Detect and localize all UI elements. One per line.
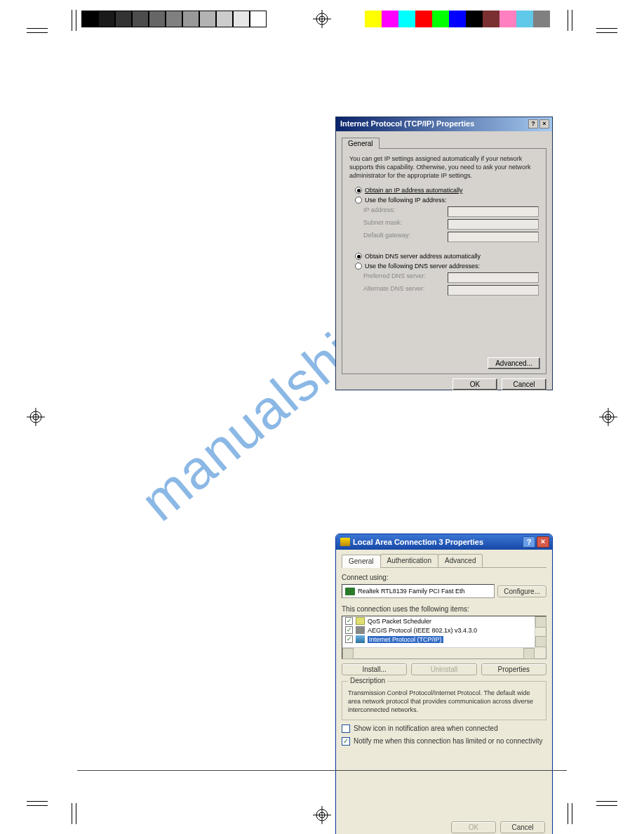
radio-icon	[355, 263, 362, 270]
properties-button[interactable]: Properties	[481, 663, 546, 675]
checkbox-icon: ✓	[342, 737, 350, 746]
dialog-title: Local Area Connection 3 Properties	[353, 538, 483, 546]
items-listbox[interactable]: ✓ QoS Packet Scheduler ✓ AEGIS Protocol …	[342, 616, 546, 659]
intro-text: You can get IP settings assigned automat…	[349, 154, 539, 180]
titlebar[interactable]: Internet Protocol (TCP/IP) Properties ? …	[336, 117, 552, 131]
gateway-input[interactable]	[448, 232, 539, 242]
registration-mark-icon	[27, 408, 45, 426]
ok-button[interactable]: OK	[451, 821, 496, 833]
alternate-dns-input[interactable]	[448, 285, 539, 296]
radio-icon	[355, 197, 362, 204]
show-icon-checkbox[interactable]: Show icon in notification area when conn…	[342, 724, 546, 733]
aegis-icon	[356, 626, 365, 634]
uninstall-button[interactable]: Uninstall	[411, 663, 476, 675]
radio-obtain-dns-auto[interactable]: Obtain DNS server address automatically	[355, 253, 539, 260]
network-icon	[340, 538, 350, 546]
vertical-scrollbar[interactable]	[535, 616, 546, 647]
dialog-title: Internet Protocol (TCP/IP) Properties	[340, 119, 474, 131]
checkbox-icon	[342, 724, 350, 733]
close-button[interactable]: ×	[537, 536, 549, 548]
description-text: Transmission Control Protocol/Internet P…	[348, 689, 540, 714]
description-legend: Description	[348, 677, 387, 684]
subnet-mask-input[interactable]	[448, 219, 539, 230]
tcpip-properties-dialog: Internet Protocol (TCP/IP) Properties ? …	[335, 117, 553, 390]
radio-icon	[355, 187, 362, 194]
alternate-dns-label: Alternate DNS server:	[363, 285, 448, 296]
checkbox-label: Show icon in notification area when conn…	[354, 724, 498, 732]
tabs: General Authentication Advanced	[342, 554, 546, 568]
item-label: AEGIS Protocol (IEEE 802.1x) v3.4.3.0	[368, 627, 477, 634]
radio-label: Obtain an IP address automatically	[365, 187, 462, 194]
item-label: Internet Protocol (TCP/IP)	[368, 636, 443, 643]
adapter-display: Realtek RTL8139 Family PCI Fast Eth	[342, 584, 495, 598]
color-colorbar	[365, 11, 550, 27]
radio-label: Use the following IP address:	[365, 197, 446, 204]
item-label: QoS Packet Scheduler	[368, 618, 431, 625]
ip-address-input[interactable]	[448, 206, 539, 217]
titlebar[interactable]: Local Area Connection 3 Properties ? ×	[336, 534, 552, 550]
tab-general[interactable]: General	[342, 138, 380, 149]
subnet-mask-label: Subnet mask:	[363, 219, 448, 230]
list-item[interactable]: ✓ Internet Protocol (TCP/IP)	[342, 635, 535, 644]
advanced-button[interactable]: Advanced...	[488, 357, 540, 369]
install-button[interactable]: Install...	[342, 663, 407, 675]
radio-obtain-ip-auto[interactable]: Obtain an IP address automatically	[355, 187, 539, 194]
tab-authentication[interactable]: Authentication	[380, 554, 438, 567]
cancel-button[interactable]: Cancel	[502, 378, 546, 390]
preferred-dns-input[interactable]	[448, 272, 539, 283]
adapter-name: Realtek RTL8139 Family PCI Fast Eth	[358, 588, 464, 595]
description-group: Description Transmission Control Protoco…	[342, 681, 546, 720]
cancel-button[interactable]: Cancel	[500, 821, 545, 833]
tab-pane: You can get IP settings assigned automat…	[342, 148, 546, 374]
tcpip-icon	[356, 635, 365, 643]
lan-connection-properties-dialog: Local Area Connection 3 Properties ? × G…	[335, 534, 553, 834]
checkbox-icon[interactable]: ✓	[345, 626, 353, 634]
qos-icon	[356, 617, 365, 625]
ip-address-label: IP address:	[363, 206, 448, 217]
help-button[interactable]: ?	[528, 119, 538, 128]
radio-icon	[355, 253, 362, 260]
tab-advanced[interactable]: Advanced	[438, 554, 483, 567]
list-item[interactable]: ✓ QoS Packet Scheduler	[342, 616, 535, 626]
checkbox-icon[interactable]: ✓	[345, 617, 353, 625]
preferred-dns-label: Preferred DNS server:	[363, 272, 448, 283]
radio-label: Obtain DNS server address automatically	[365, 253, 481, 260]
checkbox-icon[interactable]: ✓	[345, 635, 353, 643]
ok-button[interactable]: OK	[452, 378, 497, 390]
registration-mark-icon	[313, 10, 331, 28]
list-item[interactable]: ✓ AEGIS Protocol (IEEE 802.1x) v3.4.3.0	[342, 626, 535, 635]
help-button[interactable]: ?	[523, 536, 535, 548]
uses-items-label: This connection uses the following items…	[342, 605, 546, 613]
scrollbar-corner	[535, 647, 546, 658]
horizontal-rule	[77, 770, 567, 771]
configure-button[interactable]: Configure...	[497, 585, 546, 597]
adapter-icon	[345, 588, 355, 595]
registration-mark-icon	[599, 408, 617, 426]
radio-use-following-dns[interactable]: Use the following DNS server addresses:	[355, 263, 539, 270]
grayscale-colorbar	[81, 11, 267, 27]
notify-checkbox[interactable]: ✓ Notify me when this connection has lim…	[342, 737, 546, 746]
registration-mark-icon	[313, 806, 331, 824]
horizontal-scrollbar[interactable]	[342, 647, 535, 658]
radio-use-following-ip[interactable]: Use the following IP address:	[355, 197, 539, 204]
radio-label: Use the following DNS server addresses:	[365, 263, 480, 270]
connect-using-label: Connect using:	[342, 574, 546, 581]
tab-general[interactable]: General	[342, 555, 381, 568]
checkbox-label: Notify me when this connection has limit…	[354, 737, 543, 745]
gateway-label: Default gateway:	[363, 232, 448, 242]
close-button[interactable]: ×	[539, 119, 549, 128]
